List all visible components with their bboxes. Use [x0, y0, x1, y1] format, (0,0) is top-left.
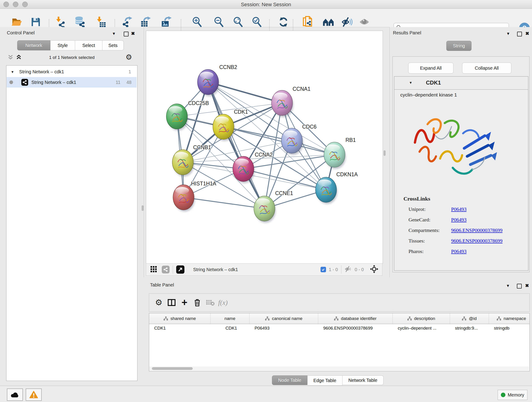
show-all-button[interactable]: [358, 16, 370, 28]
protein-section-header[interactable]: ▼ CDK1: [394, 77, 528, 89]
network-share-icon[interactable]: [162, 266, 170, 274]
column-header-canonical-name[interactable]: canonical name: [249, 313, 318, 324]
tab-sets[interactable]: Sets: [102, 40, 124, 51]
fit-selected-crosshair-icon[interactable]: [370, 265, 379, 274]
network-node-CDC6[interactable]: [281, 128, 303, 155]
column-header-shared-name[interactable]: shared name: [149, 313, 210, 324]
selected-checkbox-icon[interactable]: [321, 267, 326, 272]
table-cell[interactable]: stringdb:9...: [455, 326, 478, 331]
delete-column-icon[interactable]: [191, 299, 204, 306]
crosslink-link[interactable]: 9606.ENSP00000378699: [451, 227, 502, 233]
zoom-in-button[interactable]: [191, 16, 203, 28]
results-panel-menu-icon[interactable]: ▾: [507, 31, 509, 36]
export-image-button[interactable]: [161, 16, 173, 28]
column-header-description[interactable]: description: [393, 313, 450, 324]
network-options-gear-icon[interactable]: ⚙: [126, 53, 132, 61]
table-cell[interactable]: CDK1: [154, 326, 166, 331]
clone-network-button[interactable]: [302, 16, 314, 28]
export-network-button[interactable]: [122, 16, 134, 28]
network-canvas[interactable]: CCNB2CCNA1CDC25BCDK1CDC6RB1CCNB1CCNA2CDK…: [146, 31, 383, 264]
cloud-button[interactable]: [7, 389, 23, 401]
network-node-RB1[interactable]: [324, 142, 346, 169]
table-cell[interactable]: P06493: [254, 326, 270, 331]
network-node-CCNA2[interactable]: [233, 156, 254, 183]
results-panel-close-icon[interactable]: ✖: [525, 31, 529, 36]
table-cell[interactable]: CDK1: [225, 326, 237, 331]
table-options-gear-icon[interactable]: ⚙: [152, 298, 165, 307]
birdseye-view-icon[interactable]: [150, 266, 157, 274]
warnings-button[interactable]: [26, 389, 42, 401]
control-panel-menu-icon[interactable]: ▾: [113, 31, 115, 36]
scrollbar-thumb[interactable]: [152, 367, 193, 370]
node-label: CCNB2: [219, 64, 237, 70]
network-graph[interactable]: CCNB2CCNA1CDC25BCDK1CDC6RB1CCNB1CCNA2CDK…: [146, 31, 383, 264]
open-session-button[interactable]: [11, 16, 23, 28]
network-node-CCNB2[interactable]: [197, 70, 219, 96]
zoom-fit-button[interactable]: [232, 16, 244, 28]
column-header-label: namespace: [504, 316, 526, 321]
tab-network-table[interactable]: Network Table: [342, 375, 384, 385]
collection-expand-icon[interactable]: ▼: [11, 70, 14, 74]
section-collapse-icon[interactable]: ▼: [409, 81, 412, 85]
crosslink-link[interactable]: P06493: [451, 217, 467, 223]
detach-view-icon[interactable]: [176, 265, 184, 274]
expand-all-button[interactable]: Expand All: [408, 63, 453, 74]
hide-selected-button[interactable]: [341, 16, 353, 28]
first-neighbors-button[interactable]: [323, 16, 335, 28]
tab-string[interactable]: String: [446, 41, 472, 51]
network-status-dot: [9, 80, 13, 84]
network-node-CCNE1[interactable]: [254, 196, 276, 223]
crosslink-link[interactable]: P06493: [451, 249, 467, 254]
control-panel-close-icon[interactable]: ✖: [131, 31, 135, 36]
collapse-all-button[interactable]: Collapse All: [462, 63, 511, 74]
column-header-namespace[interactable]: namespace: [489, 313, 530, 324]
export-table-icon: [140, 16, 152, 28]
import-network-file-button[interactable]: [54, 16, 66, 28]
import-table-button[interactable]: [94, 16, 106, 28]
table-panel-close-icon[interactable]: ✖: [525, 283, 529, 288]
table-cell[interactable]: stringdb: [494, 326, 510, 331]
network-collection-row[interactable]: ▼ String Network – cdk1 1: [7, 66, 137, 77]
crosslink-link[interactable]: 9606.ENSP00000378699: [451, 238, 502, 244]
memory-button[interactable]: Memory: [498, 390, 527, 400]
network-node-CDK1[interactable]: [213, 114, 234, 141]
right-splitter-handle[interactable]: [384, 150, 386, 156]
edge[interactable]: [208, 82, 264, 209]
divider: [341, 265, 341, 274]
export-table-button[interactable]: [140, 16, 152, 28]
import-network-database-button[interactable]: [74, 16, 86, 28]
table-cell[interactable]: cyclin–dependent ...: [398, 326, 437, 331]
table-panel-float-icon[interactable]: [517, 284, 522, 288]
tab-network[interactable]: Network: [17, 40, 51, 51]
column-header-name[interactable]: name: [210, 313, 249, 324]
save-session-button[interactable]: [30, 16, 42, 28]
zoom-out-button[interactable]: [213, 16, 225, 28]
network-node-HIST1H1A[interactable]: [173, 185, 195, 211]
network-node-CCNA1[interactable]: [272, 90, 293, 117]
network-node-CDKN1A[interactable]: [316, 177, 337, 204]
table-panel-menu-icon[interactable]: ▾: [507, 283, 509, 288]
control-panel-float-icon[interactable]: [124, 32, 128, 36]
edge[interactable]: [223, 127, 335, 155]
tab-select[interactable]: Select: [75, 40, 102, 51]
left-splitter-handle[interactable]: [142, 205, 144, 211]
network-node-CCNB1[interactable]: [172, 150, 194, 177]
tab-node-table[interactable]: Node Table: [272, 375, 307, 385]
tab-style[interactable]: Style: [51, 40, 75, 51]
column-header-database-identifier[interactable]: database identifier: [318, 313, 393, 324]
edge[interactable]: [184, 197, 264, 209]
refresh-button[interactable]: [278, 16, 289, 28]
table-cell[interactable]: 9606.ENSP00000378699: [323, 326, 373, 331]
export-network-icon: [122, 16, 134, 28]
results-panel-float-icon[interactable]: [517, 32, 522, 36]
node-table[interactable]: shared namenamecanonical namedatabase id…: [149, 313, 530, 371]
zoom-selected-button[interactable]: [251, 16, 263, 28]
network-item-row[interactable]: String Network – cdk1 11 48: [7, 77, 137, 88]
horizontal-scrollbar[interactable]: [149, 366, 529, 370]
delete-table-icon[interactable]: [204, 299, 216, 306]
tab-edge-table[interactable]: Edge Table: [307, 375, 342, 385]
crosslink-link[interactable]: P06493: [451, 206, 467, 212]
column-header--id[interactable]: @id: [450, 313, 489, 324]
show-columns-icon[interactable]: [165, 299, 178, 306]
function-builder-icon[interactable]: f(x): [216, 299, 229, 306]
